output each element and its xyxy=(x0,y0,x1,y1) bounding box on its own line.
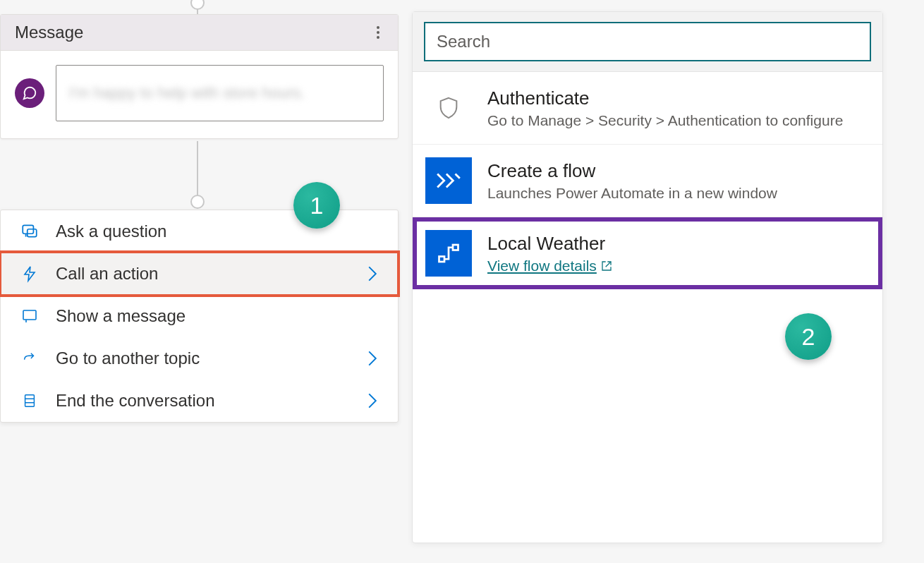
external-link-icon xyxy=(601,260,612,272)
message-node-header: Message xyxy=(1,15,398,51)
link-label: View flow details xyxy=(487,258,597,274)
flow-run-icon xyxy=(425,157,472,204)
shield-icon xyxy=(425,85,472,131)
action-picker-panel: Authenticate Go to Manage > Security > A… xyxy=(412,11,883,543)
svg-rect-7 xyxy=(453,245,458,250)
action-list: Authenticate Go to Manage > Security > A… xyxy=(413,72,882,289)
message-icon xyxy=(20,307,39,325)
chevron-right-icon xyxy=(367,350,378,367)
menu-item-label: Call an action xyxy=(56,264,350,284)
message-text-content: I'm happy to help with store hours. xyxy=(69,84,305,102)
action-title: Create a flow xyxy=(487,160,870,182)
message-node-body: I'm happy to help with store hours. xyxy=(1,51,398,138)
menu-item-label: Go to another topic xyxy=(56,349,350,368)
action-item-authenticate[interactable]: Authenticate Go to Manage > Security > A… xyxy=(413,72,882,145)
message-node-card[interactable]: Message I'm happy to help with store hou… xyxy=(0,14,399,139)
action-text: Local Weather View flow details xyxy=(487,233,870,274)
action-title: Local Weather xyxy=(487,233,870,255)
svg-rect-2 xyxy=(23,310,36,320)
search-bar-container xyxy=(413,12,882,72)
add-node-menu: Ask a question Call an action xyxy=(0,210,399,423)
message-node-title: Message xyxy=(15,23,83,42)
question-icon xyxy=(20,222,39,241)
search-input[interactable] xyxy=(424,22,871,61)
menu-item-goto-topic[interactable]: Go to another topic xyxy=(1,337,398,380)
message-text-input[interactable]: I'm happy to help with store hours. xyxy=(56,65,384,121)
connector-node[interactable] xyxy=(190,0,205,10)
action-title: Authenticate xyxy=(487,87,870,109)
view-flow-details-link[interactable]: View flow details xyxy=(487,258,612,274)
lightning-icon xyxy=(20,265,39,283)
chevron-right-icon xyxy=(367,392,378,409)
action-text: Create a flow Launches Power Automate in… xyxy=(487,160,870,202)
menu-item-show-message[interactable]: Show a message xyxy=(1,295,398,337)
callout-badge-1: 1 xyxy=(293,182,340,229)
svg-rect-3 xyxy=(25,395,35,407)
action-text: Authenticate Go to Manage > Security > A… xyxy=(487,87,870,129)
callout-badge-2: 2 xyxy=(785,313,832,360)
menu-item-ask-question[interactable]: Ask a question xyxy=(1,210,398,253)
action-item-create-flow[interactable]: Create a flow Launches Power Automate in… xyxy=(413,145,882,217)
menu-item-label: End the conversation xyxy=(56,391,350,411)
more-options-button[interactable] xyxy=(372,22,384,43)
redirect-icon xyxy=(20,349,39,368)
connector-line xyxy=(197,141,198,201)
menu-item-label: Show a message xyxy=(56,306,378,326)
chevron-right-icon xyxy=(367,265,378,282)
end-icon xyxy=(20,392,39,410)
flow-icon xyxy=(425,230,472,277)
menu-item-end-conversation[interactable]: End the conversation xyxy=(1,380,398,422)
svg-rect-6 xyxy=(439,257,445,262)
action-item-local-weather[interactable]: Local Weather View flow details xyxy=(413,217,882,289)
menu-item-call-action[interactable]: Call an action xyxy=(1,253,398,295)
svg-rect-1 xyxy=(28,229,37,237)
add-node-button[interactable] xyxy=(190,195,205,209)
action-subtitle: Launches Power Automate in a new window xyxy=(487,185,870,202)
chat-bubble-icon xyxy=(15,78,44,108)
action-subtitle: Go to Manage > Security > Authentication… xyxy=(487,112,870,129)
